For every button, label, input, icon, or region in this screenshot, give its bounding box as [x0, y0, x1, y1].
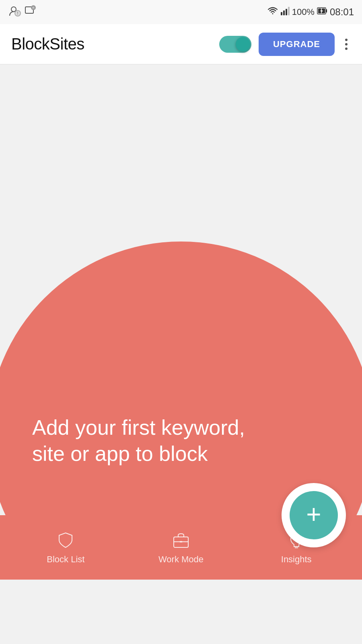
svg-rect-8	[286, 9, 287, 15]
nav-item-block-list[interactable]: Block List	[8, 530, 123, 565]
battery-percent: 100%	[292, 7, 315, 17]
wifi-icon	[267, 6, 278, 18]
fab-inner: +	[290, 491, 338, 539]
svg-text:R: R	[32, 6, 34, 9]
more-menu-button[interactable]	[342, 35, 351, 53]
main-content: Add your first keyword, site or app to b…	[0, 64, 362, 580]
nav-label-insights: Insights	[281, 554, 312, 565]
toggle-track	[219, 36, 251, 53]
add-fab-button[interactable]: +	[282, 483, 346, 547]
svg-point-0	[11, 7, 16, 12]
nav-item-work-mode[interactable]: Work Mode	[123, 530, 239, 565]
empty-state-text: Add your first keyword, site or app to b…	[32, 415, 274, 467]
more-dot-3	[345, 47, 348, 50]
upgrade-button[interactable]: UPGRADE	[259, 33, 335, 56]
svg-rect-7	[283, 10, 285, 15]
nav-label-work-mode: Work Mode	[158, 554, 204, 565]
app-header: BlockSites UPGRADE	[0, 24, 362, 64]
time-display: 08:01	[330, 6, 354, 18]
nav-label-block-list: Block List	[47, 554, 84, 565]
shield-icon	[56, 530, 76, 550]
status-bar-right: 100% 08:01	[267, 6, 354, 18]
svg-text:!: !	[17, 11, 19, 16]
app-title: BlockSites	[11, 35, 84, 53]
briefcase-icon	[171, 530, 191, 550]
plus-icon: +	[306, 502, 321, 527]
svg-rect-12	[326, 9, 327, 12]
svg-rect-6	[281, 12, 282, 15]
battery-icon	[317, 6, 327, 18]
status-bar: ! R	[0, 0, 362, 24]
header-actions: UPGRADE	[219, 33, 351, 56]
screen-record-icon: R	[24, 5, 36, 20]
signal-icon	[281, 6, 290, 18]
notification-icon: !	[8, 4, 21, 20]
status-bar-left: ! R	[8, 4, 36, 20]
svg-rect-9	[288, 7, 290, 15]
more-dot-1	[345, 39, 348, 41]
more-dot-2	[345, 43, 348, 45]
enable-toggle[interactable]	[219, 36, 251, 53]
toggle-thumb	[236, 37, 250, 52]
